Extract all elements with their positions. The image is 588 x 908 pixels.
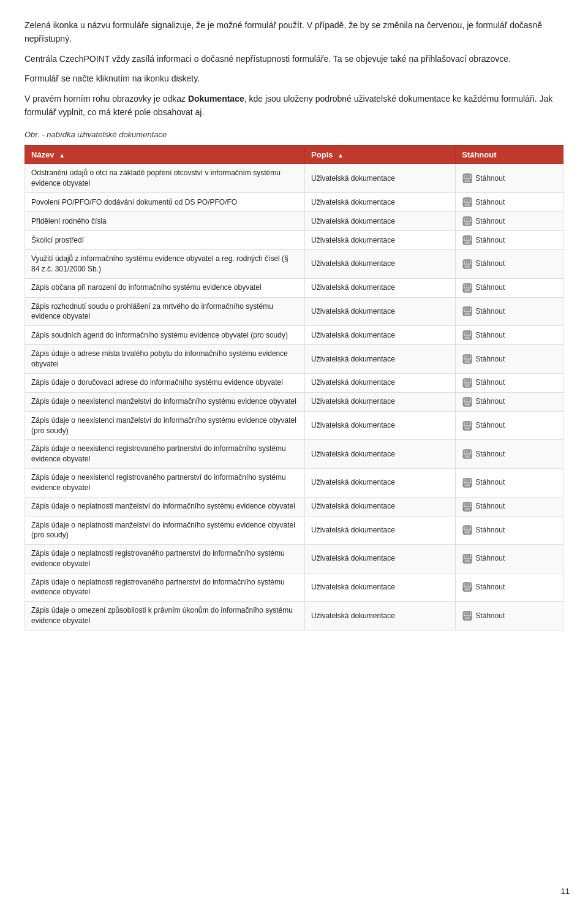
cell-nazev: Zápis údaje o doručovací adrese do infor… [25,373,305,392]
cell-stahnout[interactable]: Stáhnout [456,297,564,326]
download-link[interactable]: Stáhnout [462,477,557,488]
cell-popis: Uživatelská dokumentace [305,278,456,297]
cell-nazev: Zápis údaje o neplatnosti manželství do … [25,497,305,516]
download-link[interactable]: Stáhnout [462,306,557,317]
cell-popis: Uživatelská dokumentace [305,297,456,326]
cell-stahnout[interactable]: Stáhnout [456,211,564,230]
table-row: Zápis údaje o neexistenci registrovaného… [25,440,564,469]
svg-rect-4 [465,198,470,201]
cell-nazev: Zápis údaje o neexistenci registrovaného… [25,468,305,497]
download-link[interactable]: Stáhnout [462,420,557,431]
download-label: Stáhnout [475,259,505,269]
sort-arrow-nazev: ▲ [59,152,65,159]
svg-rect-23 [464,336,471,339]
cell-popis: Uživatelská dokumentace [305,192,456,211]
download-icon [462,377,473,388]
cell-stahnout[interactable]: Stáhnout [456,440,564,469]
svg-rect-20 [464,312,471,316]
sort-arrow-popis: ▲ [337,152,344,159]
download-link[interactable]: Stáhnout [462,448,557,460]
table-row: Zápis údaje o neexistenci manželství do … [25,411,564,440]
download-icon [462,282,473,293]
download-icon [462,306,473,317]
table-row: Zápis údaje o neplatnosti manželství do … [25,516,564,545]
cell-popis: Uživatelská dokumentace [305,326,456,345]
download-label: Stáhnout [475,449,505,460]
download-label: Stáhnout [475,396,505,407]
cell-nazev: Zápis občana při narození do informačníh… [25,278,305,297]
cell-popis: Uživatelská dokumentace [305,602,456,630]
cell-popis: Uživatelská dokumentace [305,249,456,278]
cell-nazev: Zápis údaje o neexistenci manželství do … [25,392,305,411]
download-label: Stáhnout [475,354,505,365]
table-row: Zápis údaje o neplatnosti registrovaného… [25,573,564,602]
download-link[interactable]: Stáhnout [462,235,557,246]
intro-p4-before: V pravém horním rohu obrazovky je odkaz [24,94,188,104]
download-link[interactable]: Stáhnout [462,501,557,512]
download-link[interactable]: Stáhnout [462,581,557,592]
cell-stahnout[interactable]: Stáhnout [456,392,564,411]
svg-rect-8 [464,222,471,225]
cell-stahnout[interactable]: Stáhnout [456,411,564,440]
svg-rect-2 [464,180,471,183]
svg-rect-14 [464,265,471,268]
svg-rect-47 [464,531,471,534]
svg-rect-32 [464,403,471,406]
svg-rect-50 [464,559,471,562]
table-row: Zápis soudních agend do informačního sys… [25,326,564,345]
cell-nazev: Zápis údaje o neplatnosti manželství do … [25,516,305,545]
cell-popis: Uživatelská dokumentace [305,468,456,497]
cell-nazev: Využití údajů z informačního systému evi… [25,249,305,278]
download-icon [462,477,473,488]
svg-rect-7 [465,217,470,220]
cell-popis: Uživatelská dokumentace [305,440,456,469]
cell-popis: Uživatelská dokumentace [305,516,456,545]
download-icon [462,259,473,270]
svg-rect-52 [465,583,470,586]
cell-popis: Uživatelská dokumentace [305,545,456,573]
download-label: Stáhnout [475,553,505,564]
cell-stahnout[interactable]: Stáhnout [456,497,564,516]
download-link[interactable]: Stáhnout [462,377,557,388]
cell-stahnout[interactable]: Stáhnout [456,345,564,374]
download-link[interactable]: Stáhnout [462,610,557,621]
download-link[interactable]: Stáhnout [462,354,557,365]
cell-stahnout[interactable]: Stáhnout [456,278,564,297]
cell-stahnout[interactable]: Stáhnout [456,573,564,602]
download-icon [462,553,473,564]
download-link[interactable]: Stáhnout [462,330,557,341]
svg-rect-40 [465,479,470,482]
svg-rect-46 [465,526,470,529]
download-link[interactable]: Stáhnout [462,553,557,564]
cell-nazev: Přidělení rodného čísla [25,211,305,230]
download-link[interactable]: Stáhnout [462,396,557,407]
cell-stahnout[interactable]: Stáhnout [456,516,564,545]
table-row: Zápis občana při narození do informačníh… [25,278,564,297]
cell-stahnout[interactable]: Stáhnout [456,545,564,573]
download-label: Stáhnout [475,420,505,431]
cell-stahnout[interactable]: Stáhnout [456,326,564,345]
download-link[interactable]: Stáhnout [462,524,557,535]
download-link[interactable]: Stáhnout [462,197,557,208]
download-link[interactable]: Stáhnout [462,173,557,184]
download-link[interactable]: Stáhnout [462,282,557,293]
svg-rect-22 [465,331,470,334]
download-icon [462,448,473,460]
intro-section: Zelená ikonka u názvu formuláře signaliz… [24,18,564,119]
svg-rect-29 [464,384,471,387]
svg-rect-35 [464,426,471,429]
download-icon [462,173,473,184]
cell-stahnout[interactable]: Stáhnout [456,468,564,497]
download-icon [462,197,473,208]
cell-stahnout[interactable]: Stáhnout [456,230,564,249]
cell-stahnout[interactable]: Stáhnout [456,192,564,211]
cell-stahnout[interactable]: Stáhnout [456,602,564,630]
download-label: Stáhnout [475,377,505,388]
cell-stahnout[interactable]: Stáhnout [456,373,564,392]
download-link[interactable]: Stáhnout [462,259,557,270]
download-link[interactable]: Stáhnout [462,216,557,227]
cell-stahnout[interactable]: Stáhnout [456,164,564,193]
svg-rect-26 [464,360,471,363]
cell-stahnout[interactable]: Stáhnout [456,249,564,278]
table-row: Zápis údaje o omezení způsobilosti k prá… [25,602,564,630]
